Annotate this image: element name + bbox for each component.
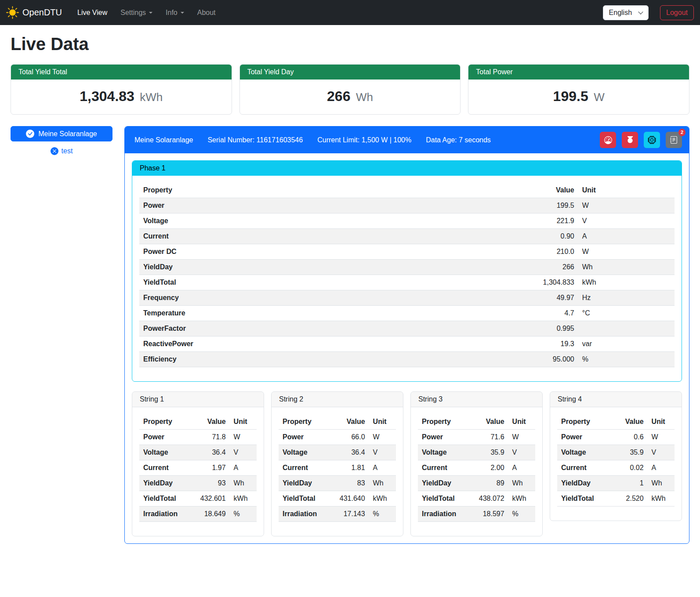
property-cell: Temperature <box>139 306 514 321</box>
inverter-select-label: Meine Solaranlage <box>38 130 97 138</box>
brand[interactable]: OpenDTU <box>6 6 62 19</box>
unit-cell: kWh <box>230 491 257 507</box>
nav-item-live-view[interactable]: Live View <box>71 5 114 20</box>
inverter-limit: Current Limit: 1,500 W | 100% <box>317 136 411 144</box>
page-title: Live Data <box>11 34 689 54</box>
power-icon <box>626 136 634 144</box>
table-header-row: Property Value Unit <box>139 183 675 198</box>
column-header-unit: Unit <box>369 414 396 430</box>
table-row: Current0.90A <box>139 229 675 244</box>
main-content: Live Data Total Yield Total 1,304.83 kWh… <box>0 34 700 556</box>
unit-cell: kWh <box>369 491 396 507</box>
unit-cell: Hz <box>578 290 675 306</box>
value-cell: 210.0 <box>514 244 578 260</box>
value-cell: 199.5 <box>514 198 578 213</box>
table-row: Voltage221.9V <box>139 213 675 229</box>
unit-cell: kWh <box>578 275 675 290</box>
column-header-value: Value <box>610 414 647 430</box>
property-cell: Frequency <box>139 290 514 306</box>
value-cell: 89 <box>471 476 508 491</box>
string-table-body: Power66.0WVoltage36.4VCurrent1.81AYieldD… <box>279 430 396 522</box>
unit-cell: Wh <box>578 260 675 275</box>
summary-card-value: 1,304.83 <box>80 88 134 104</box>
inverter-header: Meine Solaranlage Serial Number: 1161716… <box>125 127 689 153</box>
nav-item-about[interactable]: About <box>191 5 222 20</box>
phase-card: Phase 1 Property Value Unit Power199.5WV… <box>132 160 682 382</box>
property-cell: YieldDay <box>139 260 514 275</box>
unit-cell: A <box>230 460 257 476</box>
table-row: ReactivePower19.3var <box>139 336 675 352</box>
unit-cell: °C <box>578 306 675 321</box>
event-log-button[interactable]: 2 <box>666 132 682 148</box>
value-cell: 66.0 <box>331 430 369 445</box>
cpu-icon <box>648 136 656 144</box>
table-row: YieldDay1Wh <box>557 476 675 491</box>
value-cell: 1 <box>610 476 647 491</box>
table-row: YieldTotal432.601kWh <box>139 491 257 507</box>
unit-cell: kWh <box>508 491 535 507</box>
summary-card-unit: kWh <box>140 90 163 104</box>
language-select[interactable]: English <box>603 5 649 20</box>
inverter-panel: Meine Solaranlage Serial Number: 1161716… <box>124 126 689 544</box>
string-title: String 4 <box>550 392 682 407</box>
property-cell: Voltage <box>139 213 514 229</box>
property-cell: PowerFactor <box>139 321 514 336</box>
table-row: YieldDay83Wh <box>279 476 396 491</box>
value-cell: 0.6 <box>610 430 647 445</box>
nav-links: Live View Settings Info About <box>71 5 222 20</box>
power-settings-button[interactable] <box>622 132 638 148</box>
table-row: YieldDay93Wh <box>139 476 257 491</box>
unit-cell: W <box>508 430 535 445</box>
property-cell: Irradiation <box>139 507 192 522</box>
unit-cell: var <box>578 336 675 352</box>
table-row: Power66.0W <box>279 430 396 445</box>
nav-item-settings[interactable]: Settings <box>114 5 159 20</box>
property-cell: Voltage <box>557 445 610 460</box>
property-cell: YieldTotal <box>139 275 514 290</box>
string-title: String 1 <box>132 392 264 407</box>
string-card-3: String 3PropertyValueUnitPower71.6WVolta… <box>410 391 543 536</box>
table-row: Power71.8W <box>139 430 257 445</box>
property-cell: Voltage <box>139 445 192 460</box>
inverter-select-button[interactable]: Meine Solaranlage <box>11 126 112 141</box>
table-row: PowerFactor0.995 <box>139 321 675 336</box>
unit-cell: V <box>648 445 675 460</box>
sidebar-item-label: test <box>62 147 73 155</box>
inverter-sidebar: Meine Solaranlage test <box>11 126 112 155</box>
value-cell: 36.4 <box>192 445 229 460</box>
unit-cell: % <box>578 352 675 367</box>
nav-item-info[interactable]: Info <box>159 5 191 20</box>
event-count-badge: 2 <box>678 129 685 136</box>
column-header-value: Value <box>514 183 578 198</box>
column-header-property: Property <box>139 414 192 430</box>
property-cell: Power <box>139 198 514 213</box>
inverter-serial: Serial Number: 116171603546 <box>207 136 303 144</box>
navbar: OpenDTU Live View Settings Info About En… <box>0 0 700 25</box>
column-header-property: Property <box>139 183 514 198</box>
nav-item-label: Info <box>166 9 178 17</box>
summary-card-value: 266 <box>327 88 350 104</box>
string-title: String 2 <box>272 392 403 407</box>
property-cell: Power <box>279 430 331 445</box>
value-cell: 93 <box>192 476 229 491</box>
string-table: PropertyValueUnitPower66.0WVoltage36.4VC… <box>279 414 396 522</box>
string-table-body: Power0.6WVoltage35.9VCurrent0.02AYieldDa… <box>557 430 675 507</box>
value-cell: 71.8 <box>192 430 229 445</box>
property-cell: YieldDay <box>279 476 331 491</box>
device-info-button[interactable] <box>644 132 660 148</box>
property-cell: Efficiency <box>139 352 514 367</box>
column-header-unit: Unit <box>508 414 535 430</box>
sidebar-item-test[interactable]: test <box>11 147 112 155</box>
property-cell: YieldDay <box>557 476 610 491</box>
property-cell: Voltage <box>418 445 471 460</box>
property-cell: Voltage <box>279 445 331 460</box>
table-row: Voltage35.9V <box>557 445 675 460</box>
unit-cell: Wh <box>230 476 257 491</box>
logout-button[interactable]: Logout <box>660 5 694 20</box>
table-header-row: PropertyValueUnit <box>557 414 675 430</box>
nav-item-label: Settings <box>120 9 146 17</box>
limit-settings-button[interactable] <box>600 132 616 148</box>
column-header-unit: Unit <box>578 183 675 198</box>
summary-card-value: 199.5 <box>553 88 588 104</box>
table-row: Voltage36.4V <box>139 445 257 460</box>
